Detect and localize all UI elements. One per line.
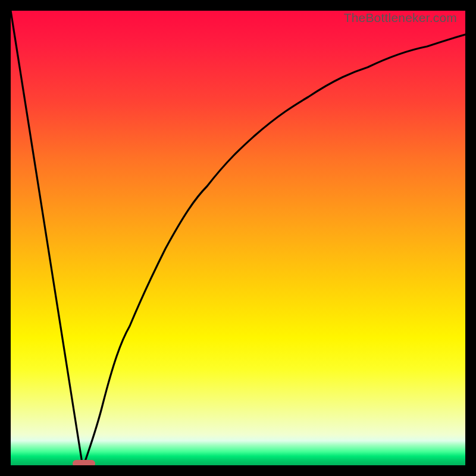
chart-frame: TheBottleneker.com xyxy=(0,0,476,476)
plot-area: TheBottleneker.com xyxy=(11,11,465,465)
optimal-marker xyxy=(73,460,95,465)
bottleneck-curve xyxy=(11,11,465,465)
curve-path xyxy=(11,11,465,463)
